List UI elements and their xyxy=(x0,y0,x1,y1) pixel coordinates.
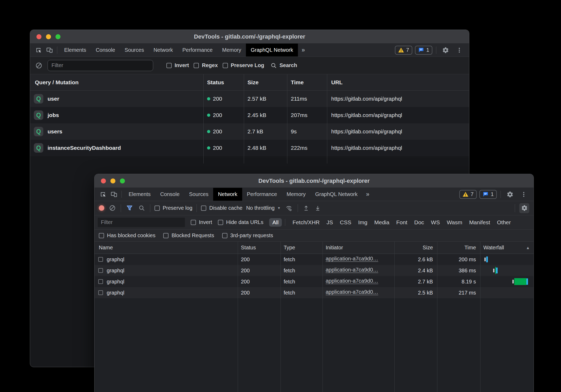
regex-checkbox[interactable] xyxy=(194,63,199,68)
preserve-log-checkbox[interactable] xyxy=(155,206,160,211)
regex-checkbox-group[interactable]: Regex xyxy=(194,62,218,68)
column-header-type[interactable]: Type xyxy=(280,245,322,251)
third-party-requests-checkbox-group[interactable]: 3rd-party requests xyxy=(222,232,273,239)
more-tabs-icon[interactable]: » xyxy=(298,44,309,57)
titlebar[interactable]: DevTools - gitlab.com/-/graphql-explorer xyxy=(30,30,469,44)
has-blocked-cookies-checkbox-group[interactable]: Has blocked cookies xyxy=(99,232,155,239)
tab-memory[interactable]: Memory xyxy=(217,44,246,57)
hide-data-urls-checkbox[interactable] xyxy=(218,220,223,225)
initiator-link[interactable]: application-a7ca9d0… xyxy=(326,256,378,262)
tab-console[interactable]: Console xyxy=(91,44,120,57)
row-checkbox[interactable] xyxy=(98,257,103,262)
filter-chip-manifest[interactable]: Manifest xyxy=(469,219,490,226)
tab-elements[interactable]: Elements xyxy=(59,44,91,57)
close-window-button[interactable] xyxy=(101,178,106,183)
inspect-element-icon[interactable] xyxy=(97,188,108,201)
settings-gear-icon[interactable] xyxy=(504,191,516,198)
table-row[interactable]: Quser 200 2.57 kB 211ms https://gitlab.c… xyxy=(30,91,469,107)
tab-graphql-network[interactable]: GraphQL Network xyxy=(246,44,298,57)
invert-checkbox[interactable] xyxy=(191,220,196,225)
filter-chip-wasm[interactable]: Wasm xyxy=(447,219,462,226)
filter-chip-css[interactable]: CSS xyxy=(340,219,351,226)
network-settings-button[interactable] xyxy=(519,203,529,213)
initiator-link[interactable]: application-a7ca9d0… xyxy=(326,267,378,273)
record-network-log-button[interactable] xyxy=(99,205,104,211)
titlebar[interactable]: DevTools - gitlab.com/-/graphql-explorer xyxy=(95,174,534,188)
warnings-badge[interactable]: 7 xyxy=(395,46,412,55)
filter-chip-js[interactable]: JS xyxy=(326,219,333,226)
invert-checkbox-group[interactable]: Invert xyxy=(191,219,212,225)
column-header-time[interactable]: Time xyxy=(437,245,480,251)
filter-chip-img[interactable]: Img xyxy=(358,219,367,226)
has-blocked-cookies-checkbox[interactable] xyxy=(99,233,104,238)
zoom-window-button[interactable] xyxy=(55,34,60,39)
column-header-status[interactable]: Status xyxy=(203,79,244,86)
hide-data-urls-checkbox-group[interactable]: Hide data URLs xyxy=(218,219,263,225)
close-window-button[interactable] xyxy=(36,34,41,39)
minimize-window-button[interactable] xyxy=(110,178,115,183)
clear-icon[interactable] xyxy=(35,62,43,69)
table-row[interactable]: graphql 200 fetch application-a7ca9d0… 2… xyxy=(95,287,534,298)
row-checkbox[interactable] xyxy=(98,279,103,284)
invert-checkbox[interactable] xyxy=(166,63,172,68)
issues-badge[interactable]: 1 xyxy=(479,190,497,199)
warnings-badge[interactable]: 7 xyxy=(459,190,477,199)
throttling-dropdown[interactable]: No throttling ▼ xyxy=(246,205,281,211)
clear-network-log-icon[interactable] xyxy=(108,205,116,211)
network-filter-input[interactable] xyxy=(98,218,185,227)
tab-console[interactable]: Console xyxy=(155,188,184,201)
preserve-log-checkbox-group[interactable]: Preserve Log xyxy=(223,62,264,68)
blocked-requests-checkbox-group[interactable]: Blocked Requests xyxy=(163,232,214,239)
disable-cache-checkbox-group[interactable]: Disable cache xyxy=(201,205,242,211)
table-row[interactable]: graphql 200 fetch application-a7ca9d0… 2… xyxy=(95,276,534,287)
filter-chip-other[interactable]: Other xyxy=(497,219,511,226)
filter-chip-font[interactable]: Font xyxy=(396,219,407,226)
column-header-query-mutation[interactable]: Query / Mutation xyxy=(30,79,203,86)
kebab-menu-icon[interactable] xyxy=(518,191,529,198)
column-header-url[interactable]: URL xyxy=(327,79,469,86)
zoom-window-button[interactable] xyxy=(120,178,125,183)
tab-network[interactable]: Network xyxy=(149,44,177,57)
tab-performance[interactable]: Performance xyxy=(242,188,282,201)
filter-funnel-icon[interactable] xyxy=(125,205,134,211)
tab-graphql-network[interactable]: GraphQL Network xyxy=(310,188,362,201)
column-header-initiator[interactable]: Initiator xyxy=(322,245,394,251)
tab-elements[interactable]: Elements xyxy=(124,188,155,201)
tab-memory[interactable]: Memory xyxy=(282,188,310,201)
table-row[interactable]: Qjobs 200 2.45 kB 207ms https://gitlab.c… xyxy=(30,107,469,123)
settings-gear-icon[interactable] xyxy=(440,47,451,54)
table-row[interactable]: Qusers 200 2.7 kB 9s https://gitlab.com/… xyxy=(30,123,469,140)
filter-chip-fetch-xhr[interactable]: Fetch/XHR xyxy=(293,219,320,226)
column-header-time[interactable]: Time xyxy=(287,79,327,86)
initiator-link[interactable]: application-a7ca9d0… xyxy=(326,289,378,295)
more-tabs-icon[interactable]: » xyxy=(362,188,373,201)
row-checkbox[interactable] xyxy=(98,268,103,273)
tab-sources[interactable]: Sources xyxy=(184,188,213,201)
search-icon[interactable] xyxy=(137,205,146,211)
row-checkbox[interactable] xyxy=(98,290,103,295)
export-har-icon[interactable] xyxy=(314,205,322,211)
device-toolbar-icon[interactable] xyxy=(108,188,119,201)
network-conditions-icon[interactable] xyxy=(284,204,293,212)
column-header-name[interactable]: Name xyxy=(95,245,238,251)
graphql-filter-input[interactable] xyxy=(48,60,153,71)
filter-chip-all[interactable]: All xyxy=(269,218,282,227)
tab-sources[interactable]: Sources xyxy=(120,44,149,57)
import-har-icon[interactable] xyxy=(302,205,310,211)
column-header-size[interactable]: Size xyxy=(244,79,287,86)
initiator-link[interactable]: application-a7ca9d0… xyxy=(326,278,378,284)
blocked-requests-checkbox[interactable] xyxy=(163,233,169,238)
filter-chip-ws[interactable]: WS xyxy=(431,219,440,226)
table-row[interactable]: QinstanceSecurityDashboard 200 2.48 kB 2… xyxy=(30,140,469,156)
tab-network[interactable]: Network xyxy=(213,188,242,201)
filter-chip-media[interactable]: Media xyxy=(374,219,389,226)
table-row[interactable]: graphql 200 fetch application-a7ca9d0… 2… xyxy=(95,265,534,276)
invert-checkbox-group[interactable]: Invert xyxy=(166,62,189,68)
preserve-log-checkbox-group[interactable]: Preserve log xyxy=(155,205,192,211)
tab-performance[interactable]: Performance xyxy=(178,44,218,57)
inspect-element-icon[interactable] xyxy=(33,44,44,57)
minimize-window-button[interactable] xyxy=(46,34,51,39)
column-header-size[interactable]: Size xyxy=(394,245,437,251)
preserve-log-checkbox[interactable] xyxy=(223,63,228,68)
search-group[interactable]: Search xyxy=(270,62,297,69)
